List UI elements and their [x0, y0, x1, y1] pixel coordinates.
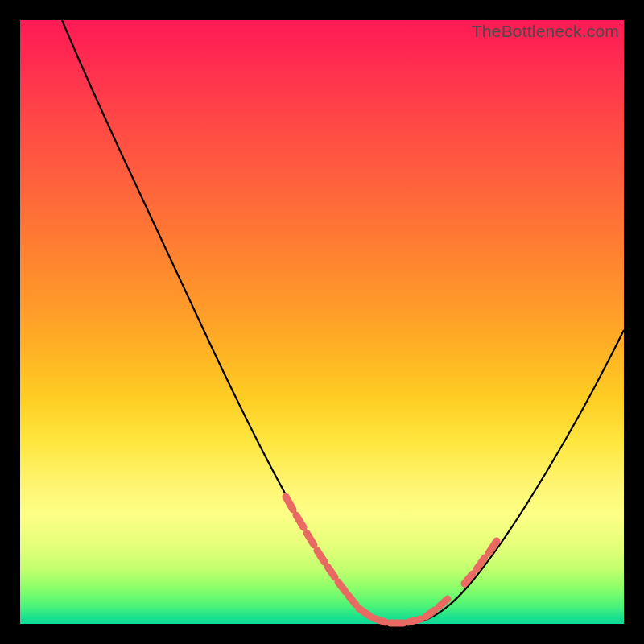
svg-line-8	[374, 618, 386, 622]
curve-layer	[20, 20, 624, 624]
svg-line-2	[307, 533, 314, 545]
highlight-flat-minimum	[359, 609, 421, 623]
chart-frame: TheBottleneck.com	[20, 20, 624, 624]
watermark-text: TheBottleneck.com	[472, 22, 619, 41]
svg-line-4	[328, 567, 335, 577]
svg-line-0	[286, 497, 293, 510]
svg-line-10	[408, 619, 421, 622]
svg-line-5	[338, 582, 345, 592]
highlight-right-near-min	[426, 541, 497, 617]
highlight-left-near-min	[286, 497, 356, 605]
svg-line-7	[359, 609, 369, 616]
svg-line-12	[439, 599, 448, 607]
svg-line-1	[296, 515, 303, 527]
bottleneck-curve	[62, 20, 624, 624]
svg-line-3	[317, 551, 324, 562]
svg-line-6	[349, 596, 356, 605]
